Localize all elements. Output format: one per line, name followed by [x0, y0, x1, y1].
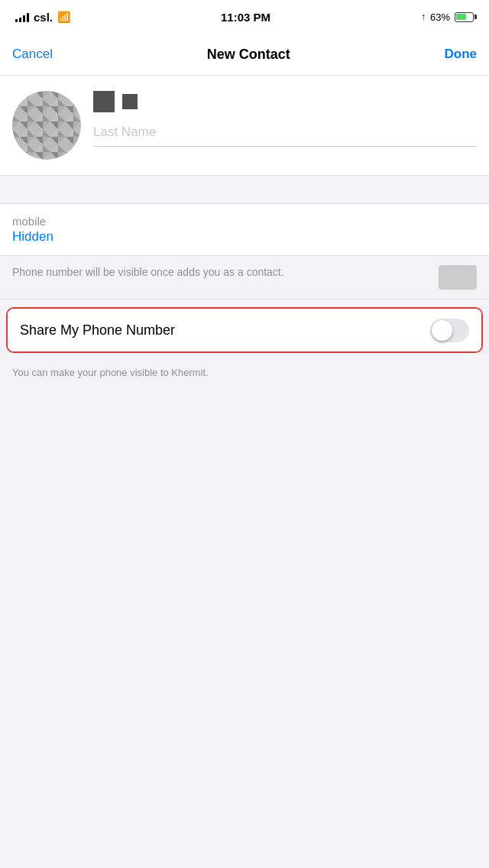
share-toggle-switch[interactable]	[430, 319, 469, 342]
info-pixel-block	[439, 265, 477, 290]
battery-percent: 63%	[430, 11, 450, 23]
wifi-icon: 📶	[57, 11, 70, 23]
share-toggle-row[interactable]: Share My Phone Number	[8, 309, 481, 351]
share-toggle-wrapper: Share My Phone Number	[6, 307, 483, 353]
bottom-area	[0, 390, 489, 658]
nav-bar: Cancel New Contact Done	[0, 34, 489, 76]
first-name-row	[93, 91, 477, 112]
info-section: Phone number will be visible once adds y…	[0, 256, 489, 300]
cancel-button[interactable]: Cancel	[12, 47, 53, 62]
phone-section: mobile Hidden	[0, 203, 489, 256]
avatar[interactable]	[12, 91, 81, 160]
name-fields	[93, 91, 477, 147]
battery-icon	[455, 12, 474, 22]
toggle-subtitle: You can make your phone visible to Kherm…	[0, 361, 489, 390]
phone-value: Hidden	[12, 229, 477, 245]
toggle-knob	[432, 320, 452, 341]
first-name-pixel	[93, 91, 115, 112]
contact-form-section	[0, 76, 489, 176]
done-button[interactable]: Done	[445, 47, 478, 62]
last-name-input[interactable]	[93, 118, 477, 147]
status-time: 11:03 PM	[221, 11, 270, 24]
signal-icon	[15, 11, 29, 22]
share-toggle-label: Share My Phone Number	[20, 322, 175, 338]
carrier-label: csl.	[34, 11, 53, 24]
location-icon: ↑	[421, 11, 426, 22]
status-right: ↑ 63%	[421, 11, 474, 23]
first-name-pixel2	[122, 94, 138, 109]
info-text: Phone number will be visible once adds y…	[12, 265, 439, 280]
page-title: New Contact	[207, 47, 290, 63]
status-left: csl. 📶	[15, 11, 70, 24]
status-bar: csl. 📶 11:03 PM ↑ 63%	[0, 0, 489, 34]
phone-label: mobile	[12, 215, 477, 228]
section-spacer	[0, 176, 489, 203]
